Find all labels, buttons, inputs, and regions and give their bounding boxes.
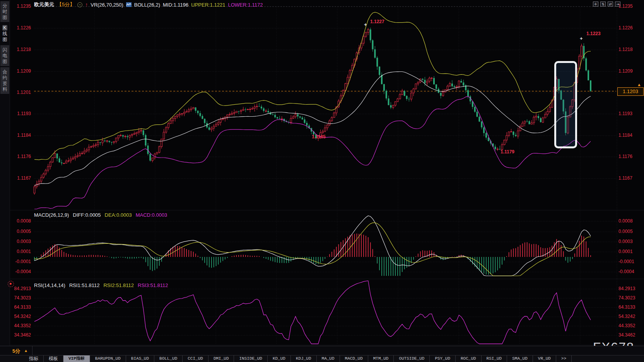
macd-axis-label-r: 0.0003: [618, 239, 633, 244]
sidebar-item-分时图[interactable]: 分时图: [0, 1, 9, 22]
toolbar-item-KD_UD[interactable]: KD_UD: [268, 355, 291, 362]
fit-vertical-icon[interactable]: ⇅: [600, 2, 606, 7]
macd-diff-value: DIFF:0.0005: [73, 212, 101, 218]
rsi-pane-header: RSI(14,14,14) RSI1:51.8112 RSI2:51.8112 …: [34, 282, 168, 288]
macd-axis-label-r: -0.0004: [618, 269, 634, 274]
price-annotation-session-high: 1.1227: [370, 19, 384, 24]
timeframe-tag: 【5分】: [57, 1, 75, 8]
toolbar-item-VR_UD[interactable]: VR_UD: [533, 355, 556, 362]
rsi-title: RSI(14,14,14): [34, 282, 65, 288]
toolbar-item-SMA_UD[interactable]: SMA_UD: [507, 355, 533, 362]
price-axis-label-r: 1.1209: [618, 68, 633, 74]
sidebar-item-char: 约: [3, 75, 7, 80]
sidebar-item-char: K: [2, 25, 7, 31]
toolbar-item-BOLL_UD[interactable]: BOLL_UD: [154, 355, 183, 362]
toolbar-item-PSY_UD[interactable]: PSY_UD: [430, 355, 456, 362]
macd-dea-value: DEA:0.0003: [105, 212, 132, 218]
price-annotation-late-low: 1.1179: [501, 149, 514, 155]
price-axis-label-r: 1.1184: [618, 133, 632, 138]
rsi-axis-label-r: 54.3242: [618, 314, 635, 319]
sidebar-item-char: 图: [3, 59, 7, 64]
current-price-box: 1.1203: [617, 87, 644, 96]
price-annotation-late-high: 1.1223: [586, 31, 601, 36]
indicator-toolbar: 指标模板VIP指标BARUPDN_UDBIAS_UDBOLL_UDCCI_UDD…: [0, 355, 644, 362]
boll-label: BOLL(26,2): [134, 2, 160, 8]
rsi3-value: RSI3:51.8112: [138, 282, 168, 288]
sidebar-item-char: 闪: [3, 47, 7, 53]
toolbar-item-指标[interactable]: 指标: [24, 355, 44, 362]
toolbar-item-DMI_UD[interactable]: DMI_UD: [208, 355, 234, 362]
price-axis-label-r: 1.1235: [618, 3, 633, 9]
rsi1-value: RSI1:51.8112: [69, 282, 100, 288]
toolbar-item-CCI_UD[interactable]: CCI_UD: [183, 355, 208, 362]
rsi-axis-label-r: 74.3023: [618, 295, 635, 301]
sidebar-item-合约资料[interactable]: 合约资料: [0, 67, 9, 94]
toolbar-item-BIAS_UD[interactable]: BIAS_UD: [126, 355, 154, 362]
sidebar-item-char: 分: [3, 3, 7, 8]
rsi-axis-label-r: 34.3462: [618, 332, 635, 338]
chart-header: 欧元美元 【5分】 − ↑ VR(26,70,250) BOLL(26,2) M…: [34, 1, 263, 8]
toolbar-item-模板[interactable]: 模板: [44, 355, 63, 362]
timeframe-bar: 5分 ▲: [0, 346, 644, 355]
sidebar-item-char: 图: [3, 37, 7, 42]
sidebar-item-char: 资: [3, 81, 7, 86]
timeframe-arrow-icon: ▲: [24, 348, 28, 353]
boll-lower-value: LOWER:1.1172: [228, 2, 263, 8]
toolbar-item-MTM_UD[interactable]: MTM_UD: [368, 355, 394, 362]
minus-circle-icon[interactable]: −: [77, 2, 82, 7]
alert-sun-dot: [10, 283, 12, 285]
toolbar-item-RSI_UD[interactable]: RSI_UD: [482, 355, 507, 362]
trading-app-window: 分时图K线图闪电图合约资料 欧元美元 【5分】 − ↑ VR(26,70,250…: [0, 0, 644, 362]
crosshair-icon[interactable]: ✛: [593, 2, 598, 7]
toolbar-item-[interactable]: >>: [556, 355, 572, 362]
symbol-title: 欧元美元: [34, 1, 54, 8]
macd-axis-label-r: -0.0001: [618, 259, 634, 264]
macd-title: MACD(26,12,9): [34, 212, 69, 218]
highlight-box: [554, 61, 577, 148]
sidebar-item-char: 料: [3, 87, 7, 92]
up-arrow-icon: ↑: [85, 2, 88, 8]
mini-chart-icon[interactable]: [126, 2, 132, 7]
rsi-axis-label-r: 64.3133: [618, 304, 635, 310]
toolbar-item-ROC_UD[interactable]: ROC_UD: [456, 355, 482, 362]
price-axis-label-r: 1.1193: [618, 111, 632, 116]
price-axis-label-r: 1.1226: [618, 25, 633, 31]
sidebar-item-char: 线: [3, 31, 7, 36]
rsi-axis-label-r: 84.2913: [618, 286, 635, 291]
boll-upper-value: UPPER:1.1221: [191, 2, 225, 8]
price-axis-label-r: 1.1176: [618, 154, 632, 159]
toolbar-item-MACD_UD[interactable]: MACD_UD: [340, 355, 368, 362]
current-price-arrow-icon: ▲: [637, 82, 641, 87]
price-axis-label-r: 1.1167: [618, 175, 632, 181]
vr-indicator-label: VR(26,70,250): [91, 2, 123, 8]
macd-macd-value: MACD:0.0003: [136, 212, 167, 218]
sidebar-item-char: 合: [3, 69, 7, 75]
sidebar-item-闪电图[interactable]: 闪电图: [0, 45, 9, 66]
sidebar-item-K线图[interactable]: K线图: [0, 23, 9, 44]
toolbar-item-VIP指标[interactable]: VIP指标: [63, 355, 90, 362]
macd-axis-label-r: 0.0005: [618, 229, 633, 234]
rsi2-value: RSI2:51.8112: [103, 282, 134, 288]
toolbar-item-INSIDE_UD[interactable]: INSIDE_UD: [234, 355, 267, 362]
sidebar-item-char: 时: [3, 9, 7, 14]
toolbar-item-MA_UD[interactable]: MA_UD: [317, 355, 340, 362]
toolbar-item-BARUPDN_UD[interactable]: BARUPDN_UD: [90, 355, 126, 362]
chart-canvas[interactable]: [0, 0, 644, 362]
left-sidebar: 分时图K线图闪电图合约资料: [0, 0, 10, 346]
boll-mid-value: MID:1.1196: [163, 2, 188, 8]
macd-axis-label-r: 0.0008: [618, 218, 633, 224]
toolbar-item-OUTSIDE_UD[interactable]: OUTSIDE_UD: [394, 355, 430, 362]
high-cross-marker-icon: +: [364, 22, 367, 27]
timeframe-selector[interactable]: 5分 ▲: [0, 346, 32, 355]
alert-sun-icon[interactable]: [8, 281, 14, 287]
rsi-axis-label-r: 44.3352: [618, 323, 635, 328]
sidebar-item-char: 电: [3, 53, 7, 58]
macd-axis-label-r: 0.0001: [618, 249, 633, 254]
price-annotation-mid-low: 1.1185: [312, 134, 326, 139]
toolbar-item-KDJ_UD[interactable]: KDJ_UD: [291, 355, 317, 362]
macd-pane-header: MACD(26,12,9) DIFF:0.0005 DEA:0.0003 MAC…: [34, 212, 167, 218]
fit-horizontal-icon[interactable]: ⇄: [608, 2, 613, 7]
late-high-cross-marker-icon: +: [580, 36, 583, 41]
price-axis-label-r: 1.1218: [618, 47, 633, 52]
timeframe-label: 5分: [12, 348, 20, 355]
